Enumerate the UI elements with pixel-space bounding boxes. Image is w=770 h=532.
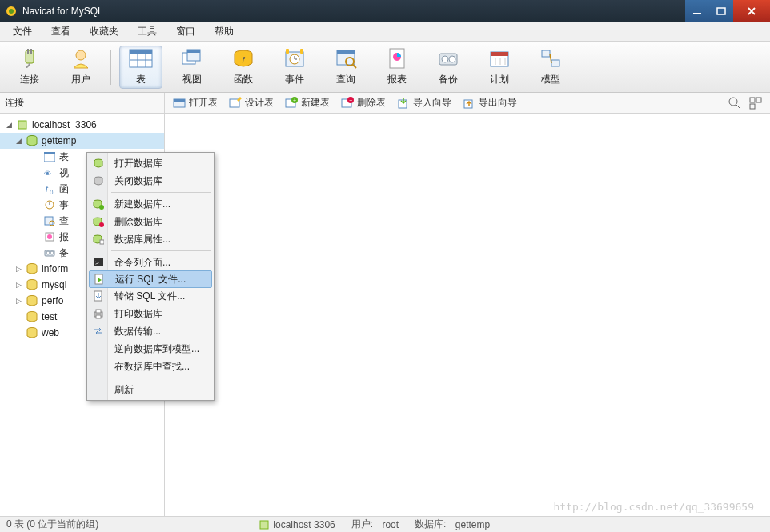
- connection-panel-header: 连接: [0, 93, 165, 113]
- server-status-icon: [259, 519, 270, 530]
- svg-point-69: [47, 234, 52, 239]
- sub-toolbar: 连接 打开表 设计表 +新建表 −删除表 导入向导 导出向导: [0, 93, 770, 114]
- status-bar: 0 表 (0 位于当前的组) localhost 3306 用户: root 数…: [0, 516, 770, 532]
- toolbar-view[interactable]: 视图: [170, 46, 214, 89]
- collapse-icon[interactable]: ▷: [14, 281, 22, 289]
- import-wizard-button[interactable]: 导入向导: [397, 96, 451, 110]
- collapse-icon[interactable]: ▷: [14, 265, 22, 273]
- svg-point-72: [50, 251, 54, 254]
- svg-text:(): (): [50, 189, 54, 194]
- toolbar-connect[interactable]: 连接: [8, 46, 51, 89]
- ctx-open-database[interactable]: 打开数据库: [89, 154, 212, 172]
- toolbar-user[interactable]: 用户: [59, 46, 102, 89]
- ctx-refresh[interactable]: 刷新: [89, 381, 212, 398]
- design-table-button[interactable]: 设计表: [229, 96, 274, 110]
- svg-rect-60: [44, 152, 55, 154]
- svg-rect-25: [337, 50, 355, 54]
- toolbar-model[interactable]: 模型: [529, 46, 572, 89]
- delete-table-button[interactable]: −删除表: [341, 96, 386, 110]
- search-icon[interactable]: [728, 97, 741, 110]
- svg-rect-39: [551, 60, 559, 66]
- report-icon: [384, 47, 410, 70]
- ctx-separator: [111, 378, 211, 378]
- db-close-icon: [92, 174, 105, 187]
- ctx-run-sql-file[interactable]: 运行 SQL 文件...: [89, 270, 212, 288]
- main-toolbar: 连接 用户 表 视图 f 函数 事件 查询 报表 备份 计划 模型: [0, 42, 770, 93]
- svg-rect-34: [491, 52, 508, 56]
- ctx-database-properties[interactable]: 数据库属性...: [89, 230, 212, 248]
- svg-rect-91: [96, 310, 101, 313]
- ctx-reverse-to-model[interactable]: 逆向数据库到模型...: [89, 340, 212, 358]
- svg-line-40: [550, 54, 551, 63]
- tree-db-gettemp[interactable]: ◢ gettemp: [0, 133, 164, 149]
- db-open-icon: [92, 157, 105, 170]
- ctx-new-database[interactable]: 新建数据库...: [89, 195, 212, 213]
- ctx-data-transfer[interactable]: 数据传输...: [89, 322, 212, 340]
- ctx-print-database[interactable]: 打印数据库: [89, 305, 212, 322]
- ctx-separator: [111, 250, 211, 251]
- svg-rect-4: [26, 50, 34, 63]
- svg-rect-22: [286, 49, 289, 54]
- report-mini-icon: [43, 230, 56, 243]
- svg-rect-54: [750, 98, 755, 102]
- event-mini-icon: [43, 198, 56, 211]
- ctx-delete-database[interactable]: 删除数据库: [89, 213, 212, 230]
- toolbar-backup[interactable]: 备份: [427, 46, 470, 89]
- toolbar-schedule[interactable]: 计划: [478, 46, 521, 89]
- database-icon: [26, 278, 38, 291]
- expand-icon[interactable]: ◢: [14, 137, 22, 145]
- menu-window[interactable]: 窗口: [166, 23, 205, 40]
- svg-point-52: [729, 98, 737, 106]
- watermark: http://blog.csdn.net/qq_33699659: [554, 501, 754, 513]
- content-area: [165, 114, 770, 516]
- svg-rect-3: [717, 8, 725, 14]
- svg-rect-15: [187, 50, 200, 53]
- svg-point-31: [442, 56, 448, 62]
- print-icon: [92, 307, 105, 320]
- menu-file[interactable]: 文件: [3, 23, 42, 40]
- delete-table-icon: −: [341, 97, 354, 110]
- dump-sql-icon: [92, 290, 105, 302]
- close-button[interactable]: [733, 0, 770, 22]
- svg-line-53: [736, 105, 740, 109]
- export-wizard-button[interactable]: 导出向导: [463, 96, 517, 110]
- svg-point-32: [449, 56, 455, 62]
- ctx-command-line[interactable]: >_命令列介面...: [89, 254, 212, 271]
- ctx-find-in-database[interactable]: 在数据库中查找...: [89, 358, 212, 375]
- toolbar-function[interactable]: f 函数: [222, 46, 265, 89]
- context-menu: 打开数据库 关闭数据库 新建数据库... 删除数据库 数据库属性... >_命令…: [86, 152, 215, 401]
- toolbar-table[interactable]: 表: [119, 46, 162, 89]
- open-table-icon: [173, 97, 186, 110]
- toolbar-query[interactable]: 查询: [324, 46, 367, 89]
- svg-text:+: +: [293, 98, 296, 103]
- toolbar-event[interactable]: 事件: [273, 46, 316, 89]
- database-icon: [26, 294, 38, 307]
- menu-tools[interactable]: 工具: [128, 23, 166, 40]
- ctx-close-database[interactable]: 关闭数据库: [89, 172, 212, 190]
- schedule-icon: [487, 47, 512, 70]
- svg-text:f: f: [46, 185, 49, 194]
- database-icon: [26, 134, 38, 147]
- new-table-button[interactable]: +新建表: [285, 96, 330, 110]
- open-table-button[interactable]: 打开表: [173, 96, 218, 110]
- app-icon: [5, 5, 18, 18]
- toolbar-report[interactable]: 报表: [375, 46, 419, 89]
- window-title: Navicat for MySQL: [22, 6, 685, 17]
- grid-view-icon[interactable]: [749, 97, 762, 110]
- status-table-count: 0 表 (0 位于当前的组): [6, 518, 98, 531]
- menu-help[interactable]: 帮助: [205, 23, 243, 40]
- minimize-button[interactable]: [685, 0, 709, 22]
- ctx-dump-sql-file[interactable]: 转储 SQL 文件...: [89, 287, 212, 305]
- svg-text:>_: >_: [95, 259, 103, 266]
- svg-rect-55: [756, 98, 761, 102]
- status-user: 用户: root: [351, 518, 399, 531]
- collapse-icon[interactable]: ▷: [14, 297, 22, 305]
- backup-mini-icon: [43, 246, 56, 259]
- maximize-button[interactable]: [709, 0, 733, 22]
- import-icon: [397, 97, 410, 110]
- expand-icon[interactable]: ◢: [5, 121, 13, 129]
- menu-view[interactable]: 查看: [42, 23, 80, 40]
- user-icon: [68, 47, 94, 70]
- menu-favorites[interactable]: 收藏夹: [80, 23, 128, 40]
- tree-connection-root[interactable]: ◢ localhost_3306: [0, 117, 164, 133]
